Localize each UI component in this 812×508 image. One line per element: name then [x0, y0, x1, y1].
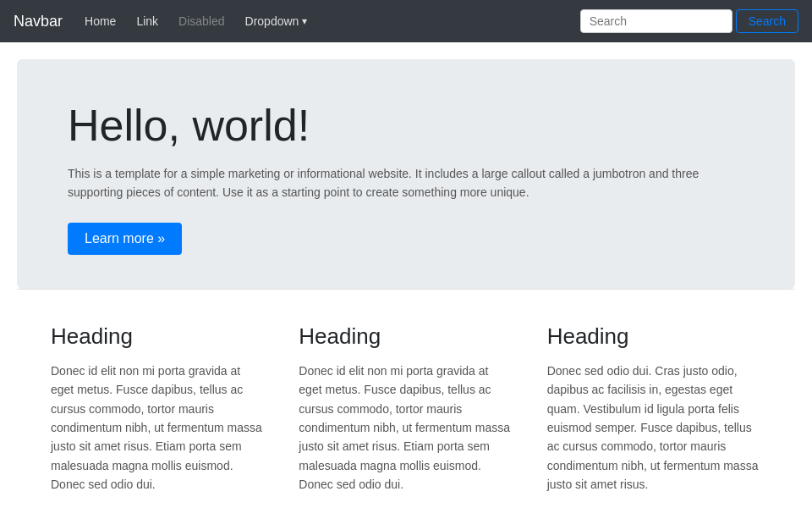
- content-card-3: Heading Donec sed odio dui. Cras justo o…: [547, 323, 761, 508]
- content-section: Heading Donec id elit non mi porta gravi…: [0, 290, 812, 508]
- nav-links: Home Link Disabled Dropdown: [76, 9, 580, 33]
- navbar-search: Search: [580, 9, 798, 33]
- nav-dropdown[interactable]: Dropdown: [237, 9, 316, 33]
- nav-link-disabled: Disabled: [170, 9, 233, 33]
- learn-more-button[interactable]: Learn more »: [68, 223, 182, 255]
- nav-link-home[interactable]: Home: [76, 9, 124, 33]
- card-3-heading: Heading: [547, 323, 761, 350]
- search-button[interactable]: Search: [736, 9, 798, 33]
- navbar: Navbar Home Link Disabled Dropdown Searc…: [0, 0, 812, 42]
- navbar-brand[interactable]: Navbar: [14, 13, 63, 30]
- content-card-2: Heading Donec id elit non mi porta gravi…: [299, 323, 513, 508]
- card-3-body: Donec sed odio dui. Cras justo odio, dap…: [547, 362, 761, 494]
- content-card-1: Heading Donec id elit non mi porta gravi…: [51, 323, 265, 508]
- nav-dropdown-label: Dropdown: [245, 14, 299, 28]
- card-1-heading: Heading: [51, 323, 265, 350]
- jumbotron-description: This is a template for a simple marketin…: [68, 164, 710, 202]
- search-input[interactable]: [580, 9, 732, 33]
- nav-link-link[interactable]: Link: [128, 9, 167, 33]
- jumbotron: Hello, world! This is a template for a s…: [17, 59, 795, 289]
- card-2-heading: Heading: [299, 323, 513, 350]
- content-grid: Heading Donec id elit non mi porta gravi…: [51, 323, 761, 508]
- card-2-body: Donec id elit non mi porta gravida at eg…: [299, 362, 513, 494]
- jumbotron-heading: Hello, world!: [68, 100, 744, 151]
- card-1-body: Donec id elit non mi porta gravida at eg…: [51, 362, 265, 494]
